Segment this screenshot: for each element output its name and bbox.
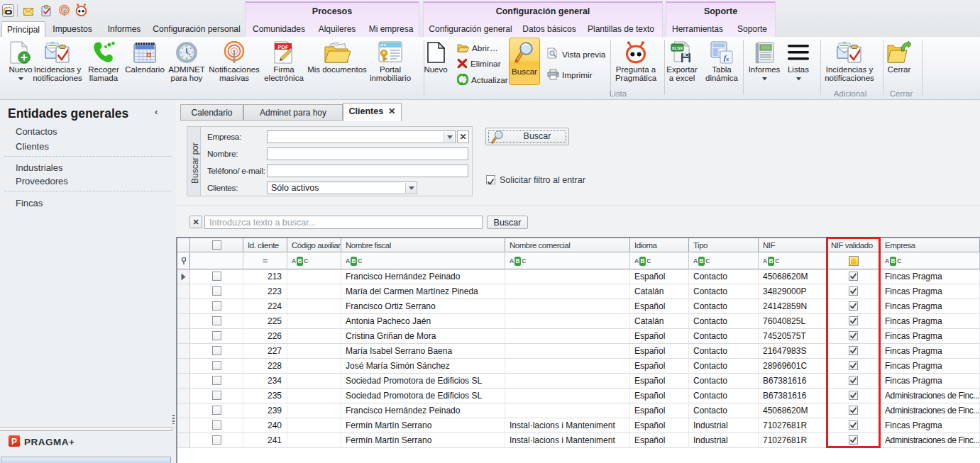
svg-text:PDF: PDF <box>278 44 289 50</box>
svg-text:XLSX: XLSX <box>672 46 683 50</box>
